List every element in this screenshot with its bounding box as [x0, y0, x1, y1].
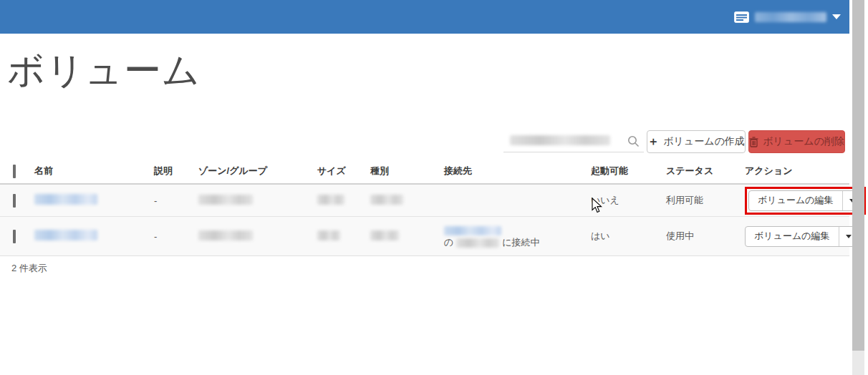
- row1-checkbox[interactable]: [13, 194, 16, 208]
- caret-down-icon: [832, 14, 841, 19]
- header-actions: アクション: [745, 165, 849, 177]
- edit-volume-label[interactable]: ボリュームの編集: [746, 227, 839, 246]
- top-navigation-bar: [0, 0, 849, 34]
- caret-down-icon: [846, 235, 852, 238]
- vertical-scrollbar[interactable]: [852, 0, 864, 375]
- volumes-page: ボリューム ＋ ボリュームの作成 ボリュームの削除: [0, 0, 868, 375]
- redacted-volume-name-link[interactable]: [34, 194, 97, 205]
- scrollbar-thumb[interactable]: [852, 0, 864, 351]
- row1-description: -: [154, 195, 198, 206]
- redacted-size: [317, 230, 340, 240]
- volumes-table: 名前 説明 ゾーン/グループ サイズ 種別 接続先 起動可能 ステータス アクシ…: [0, 159, 849, 256]
- card-list-icon: [734, 11, 749, 23]
- header-size[interactable]: サイズ: [317, 165, 370, 177]
- header-attached-to[interactable]: 接続先: [444, 165, 591, 177]
- page-title: ボリューム: [7, 46, 201, 96]
- edit-volume-label[interactable]: ボリュームの編集: [749, 191, 842, 210]
- header-type[interactable]: 種別: [370, 165, 444, 177]
- create-volume-button[interactable]: ＋ ボリュームの作成: [647, 130, 746, 153]
- header-name[interactable]: 名前: [34, 165, 154, 177]
- row2-attached-to: のに接続中: [444, 224, 591, 248]
- row1-status: 利用可能: [666, 194, 745, 207]
- header-description[interactable]: 説明: [154, 165, 198, 177]
- table-row: - のに接続中 はい 使用中 ボリュームの編集: [0, 217, 849, 256]
- row2-checkbox[interactable]: [13, 230, 16, 243]
- table-header-row: 名前 説明 ゾーン/グループ サイズ 種別 接続先 起動可能 ステータス アクシ…: [0, 159, 849, 185]
- create-volume-label: ボリュームの作成: [663, 135, 745, 148]
- redacted-search-query: [510, 135, 610, 145]
- row2-bootable: はい: [591, 230, 666, 243]
- header-zone-group[interactable]: ゾーン/グループ: [198, 165, 317, 177]
- table-row: - いいえ 利用可能 ボリュームの編集: [0, 185, 849, 217]
- redacted-account-name: [755, 12, 826, 22]
- row2-description: -: [154, 231, 198, 242]
- header-bootable[interactable]: 起動可能: [591, 165, 666, 177]
- trash-icon: [749, 137, 758, 147]
- attached-suffix: に接続中: [502, 237, 539, 248]
- row2-status: 使用中: [666, 230, 745, 243]
- red-highlight-annotation: ボリュームの編集: [745, 187, 866, 215]
- redacted-volume-name-link[interactable]: [34, 230, 97, 240]
- delete-volume-button[interactable]: ボリュームの削除: [748, 130, 845, 153]
- search-input[interactable]: [503, 130, 644, 152]
- attached-prefix: の: [444, 237, 453, 248]
- toolbar: ＋ ボリュームの作成 ボリュームの削除: [0, 130, 849, 153]
- redacted-zone-group: [198, 230, 253, 240]
- redacted-instance-link[interactable]: [444, 226, 501, 235]
- row2-edit-volume-button[interactable]: ボリュームの編集: [745, 226, 859, 247]
- delete-volume-label: ボリュームの削除: [763, 135, 844, 148]
- plus-icon: ＋: [647, 135, 659, 150]
- row1-edit-volume-button[interactable]: ボリュームの編集: [748, 190, 862, 211]
- select-all-checkbox[interactable]: [13, 165, 16, 178]
- row1-bootable: いいえ: [591, 194, 666, 207]
- redacted-zone-group: [198, 195, 253, 205]
- redacted-type: [370, 230, 399, 240]
- redacted-size: [317, 195, 344, 205]
- redacted-device: [456, 238, 499, 248]
- header-status[interactable]: ステータス: [666, 165, 745, 177]
- account-menu[interactable]: [734, 0, 841, 34]
- redacted-type: [370, 195, 403, 205]
- search-icon: [627, 135, 640, 147]
- items-count: 2 件表示: [11, 262, 47, 275]
